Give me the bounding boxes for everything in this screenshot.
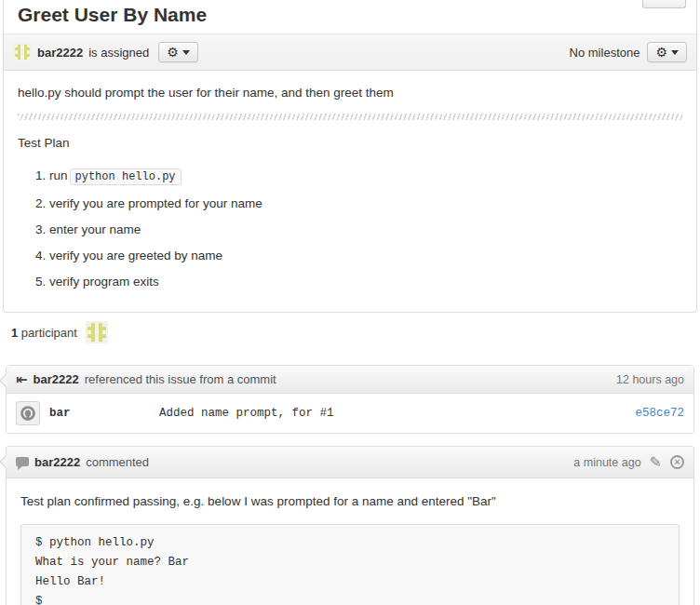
- comment-body: Test plan confirmed passing, e.g. below …: [7, 478, 693, 605]
- commit-timestamp: 12 hours ago: [616, 373, 684, 386]
- comment-header: bar2222 commented a minute ago ✎ ×: [7, 447, 693, 478]
- gear-icon: ⚙: [655, 46, 667, 59]
- assignee-gear-button[interactable]: ⚙: [158, 42, 198, 62]
- commit-actor-link[interactable]: bar2222: [34, 372, 79, 386]
- issue-body: hello.py should prompt the user for thei…: [4, 71, 696, 312]
- caret-down-icon: [182, 50, 190, 55]
- commit-message: Added name prompt, for #1: [159, 407, 635, 420]
- milestone-section: No milestone ⚙: [570, 42, 687, 62]
- assignee-status-text: is assigned: [88, 46, 149, 60]
- inline-code: python hello.py: [70, 168, 182, 185]
- participants-label: participant: [21, 326, 77, 340]
- gear-icon: ⚙: [167, 46, 179, 59]
- assignee-milestone-bar: bar2222 is assigned ⚙ No milestone ⚙: [4, 34, 696, 71]
- issue-description: hello.py should prompt the user for thei…: [18, 84, 682, 101]
- milestone-gear-button[interactable]: ⚙: [647, 42, 687, 62]
- code-line: $ python hello.py: [35, 533, 665, 553]
- milestone-text: No milestone: [570, 46, 640, 60]
- identicon-image: [15, 45, 30, 60]
- referenced-icon: ⇤: [16, 374, 28, 385]
- list-item: verify you are prompted for your name: [49, 195, 682, 212]
- assignee-section: bar2222 is assigned ⚙: [13, 42, 570, 62]
- comment-action-text: commented: [86, 455, 149, 469]
- list-item: enter your name: [49, 221, 682, 238]
- close-icon[interactable]: ×: [670, 455, 684, 469]
- comment-panel: bar2222 commented a minute ago ✎ × Test …: [6, 446, 694, 605]
- comment-text: Test plan confirmed passing, e.g. below …: [20, 492, 680, 510]
- edit-button-cropped[interactable]: [642, 0, 686, 8]
- code-line: $: [35, 592, 665, 605]
- test-plan-list: runpython hello.py verify you are prompt…: [18, 167, 682, 290]
- commit-sha-link[interactable]: e58ce72: [635, 407, 684, 420]
- identicon-image: [88, 323, 106, 342]
- hatched-divider: [18, 114, 682, 120]
- commit-author-name: bar: [49, 407, 159, 420]
- participants-text: 1 participant: [11, 326, 77, 340]
- assignee-username-link[interactable]: bar2222: [37, 46, 83, 60]
- list-item: verify you are greeted by name: [49, 247, 682, 264]
- comment-timestamp: a minute ago: [573, 456, 640, 469]
- commit-reference-header: ⇤ bar2222 referenced this issue from a c…: [7, 366, 693, 394]
- assignee-avatar[interactable]: [13, 43, 32, 61]
- list-item: runpython hello.py: [49, 167, 682, 186]
- commit-row: bar Added name prompt, for #1 e58ce72: [7, 394, 693, 433]
- step-text: run: [49, 168, 68, 182]
- comment-bubble-icon: [16, 457, 29, 466]
- issue-panel: Greet User By Name bar2222 is assigned ⚙…: [3, 0, 697, 313]
- comment-header-right: a minute ago ✎ ×: [573, 453, 684, 471]
- commit-author-avatar[interactable]: [16, 401, 40, 425]
- commit-action-text: referenced this issue from a commit: [85, 372, 276, 386]
- caret-down-icon: [671, 50, 679, 55]
- commit-header-right: 12 hours ago: [616, 373, 684, 386]
- commit-reference-panel: ⇤ bar2222 referenced this issue from a c…: [6, 365, 694, 434]
- code-line: What is your name? Bar: [35, 553, 665, 572]
- page-title: Greet User By Name: [18, 4, 682, 26]
- participants-count: 1: [11, 326, 18, 340]
- comment-author-link[interactable]: bar2222: [34, 455, 80, 469]
- participants-row: 1 participant: [0, 313, 700, 343]
- edit-comment-icon[interactable]: ✎: [650, 453, 662, 471]
- list-item: verify program exits: [49, 273, 682, 290]
- participant-avatar[interactable]: [86, 321, 108, 343]
- test-plan-heading: Test Plan: [18, 134, 682, 152]
- github-mark-icon: [20, 405, 36, 422]
- issue-title-bar: Greet User By Name: [4, 0, 696, 34]
- code-block: $ python hello.pyWhat is your name? BarH…: [20, 524, 680, 605]
- code-line: Hello Bar!: [35, 572, 665, 592]
